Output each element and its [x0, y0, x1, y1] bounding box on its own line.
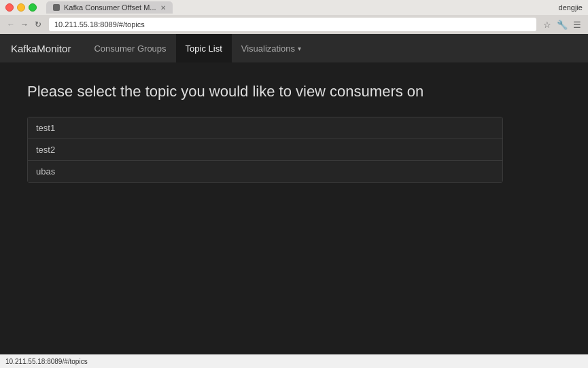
- brand[interactable]: KafkaMonitor: [11, 36, 71, 61]
- browser-tab[interactable]: Kafka Consumer Offset M... ✕: [46, 1, 173, 14]
- refresh-button[interactable]: ↻: [33, 19, 44, 30]
- app-navbar: KafkaMonitor Consumer Groups Topic List …: [0, 34, 588, 62]
- minimize-button[interactable]: [17, 3, 25, 12]
- maximize-button[interactable]: [29, 3, 37, 12]
- traffic-lights: [5, 3, 37, 12]
- title-bar: Kafka Consumer Offset M... ✕ dengjie: [0, 0, 588, 15]
- page-heading: Please select the topic you would like t…: [27, 83, 561, 100]
- bookmark-icon[interactable]: ☆: [542, 19, 553, 30]
- forward-button[interactable]: →: [19, 19, 30, 30]
- nav-topic-list[interactable]: Topic List: [176, 34, 232, 62]
- url-bar[interactable]: 10.211.55.18:8089/#/topics: [49, 18, 536, 31]
- extension-icon[interactable]: 🔧: [557, 19, 568, 30]
- topic-item-test1[interactable]: test1: [28, 117, 502, 139]
- tab-title: Kafka Consumer Offset M...: [64, 3, 156, 12]
- topic-item-test2[interactable]: test2: [28, 139, 502, 161]
- nav-consumer-groups[interactable]: Consumer Groups: [84, 34, 175, 62]
- address-bar-icons: ☆ 🔧 ☰: [542, 19, 583, 30]
- tab-favicon: [53, 4, 60, 11]
- status-url: 10.211.55.18:8089/#/topics: [5, 358, 88, 365]
- status-bar: 10.211.55.18:8089/#/topics: [0, 354, 588, 368]
- main-content: Please select the topic you would like t…: [0, 62, 588, 354]
- tab-close-icon[interactable]: ✕: [160, 4, 166, 12]
- user-name: dengjie: [559, 3, 583, 12]
- back-button[interactable]: ←: [5, 19, 16, 30]
- nav-buttons: ← → ↻: [5, 19, 44, 30]
- topic-name: ubas: [36, 166, 55, 177]
- url-text: 10.211.55.18:8089/#/topics: [54, 20, 145, 29]
- topic-list: test1 test2 ubas: [27, 117, 503, 183]
- tab-bar: Kafka Consumer Offset M... ✕: [46, 1, 555, 14]
- topic-item-ubas[interactable]: ubas: [28, 161, 502, 182]
- nav-visualizations[interactable]: Visualizations: [232, 34, 311, 62]
- menu-icon[interactable]: ☰: [572, 19, 583, 30]
- address-bar: ← → ↻ 10.211.55.18:8089/#/topics ☆ 🔧 ☰: [0, 15, 588, 34]
- close-button[interactable]: [5, 3, 14, 12]
- topic-name: test1: [36, 123, 55, 133]
- topic-name: test2: [36, 145, 55, 155]
